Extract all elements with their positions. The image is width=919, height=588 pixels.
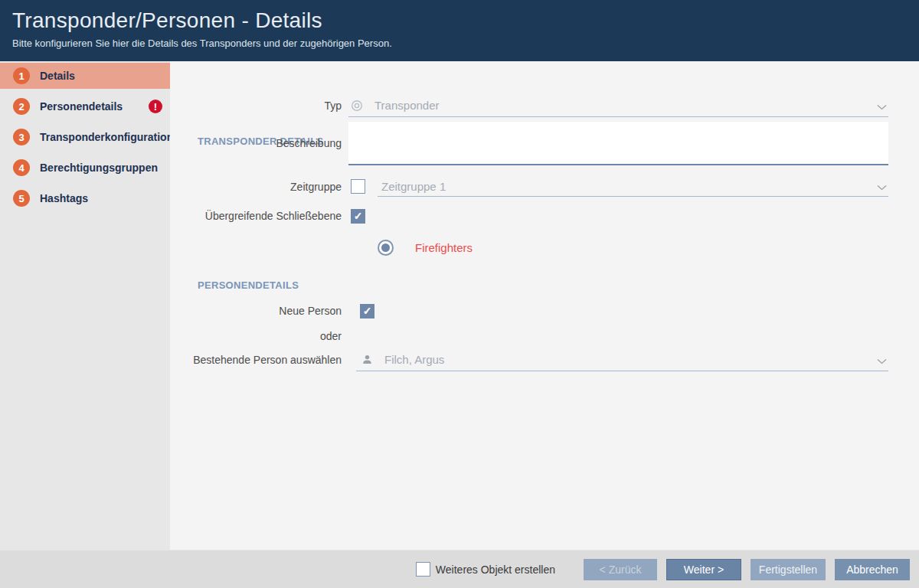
sidebar-step-transponderkonfiguration[interactable]: 3 Transponderkonfiguration [0,124,170,150]
page-subtitle: Bitte konfigurieren Sie hier die Details… [12,38,907,49]
typ-value: Transponder [374,99,440,112]
step-label: Hashtags [40,192,88,204]
abbrechen-button[interactable]: Abbrechen [835,559,910,580]
neue-person-label: Neue Person [184,305,342,317]
firefighters-radio[interactable] [378,240,394,256]
step-label: Personendetails [40,100,123,113]
fertigstellen-button[interactable]: Fertigstellen [751,559,826,580]
step-label: Details [40,70,75,82]
radio-dot [381,243,390,252]
step-number-badge: 2 [13,98,30,115]
sidebar-step-berechtigungsgruppen[interactable]: 4 Berechtigungsgruppen [0,155,170,181]
zeitgruppe-label: Zeitgruppe [184,181,342,193]
wizard-header: Transponder/Personen - Details Bitte kon… [0,0,919,61]
bestehende-person-label: Bestehende Person auswählen [184,354,342,366]
weiteres-objekt-label: Weiteres Objekt erstellen [436,564,555,576]
typ-label: Typ [184,100,342,112]
step-number-badge: 3 [13,129,30,145]
uebergreifende-schliessebene-checkbox[interactable] [351,209,365,224]
sidebar-step-details[interactable]: 1 Details [0,63,170,89]
chevron-down-icon [877,354,887,368]
typ-dropdown[interactable]: Transponder [348,94,888,117]
wizard-step-sidebar: 1 Details 2 Personendetails 3 Transponde… [0,61,170,550]
neue-person-checkbox[interactable] [360,304,374,318]
step-number-badge: 4 [13,159,30,176]
oder-label: oder [184,330,342,342]
uebergreifende-schliessebene-label: Übergreifende Schließebene [184,210,342,222]
chevron-down-icon [877,100,887,113]
zurueck-button[interactable]: < Zurück [584,559,657,580]
error-exclamation-icon [149,100,162,113]
step-label: Transponderkonfiguration [40,131,173,143]
bestehende-person-dropdown[interactable]: Filch, Argus [356,348,888,371]
step-number-badge: 5 [13,190,30,207]
sidebar-step-personendetails[interactable]: 2 Personendetails [0,93,170,119]
step-label: Berechtigungsgruppen [40,162,158,174]
transponder-icon [351,100,363,112]
firefighters-label: Firefighters [415,241,473,254]
sidebar-step-hashtags[interactable]: 5 Hashtags [0,185,170,211]
beschreibung-textarea[interactable] [348,122,888,165]
page-title: Transponder/Personen - Details [12,8,907,33]
zeitgruppe-value: Zeitgruppe 1 [381,180,446,193]
section-personendetails: PERSONENDETAILS [198,279,299,291]
weiteres-objekt-checkbox[interactable] [416,562,430,577]
zeitgruppe-checkbox[interactable] [351,179,365,194]
wizard-footer: Weiteres Objekt erstellen < Zurück Weite… [0,550,919,588]
zeitgruppe-dropdown[interactable]: Zeitgruppe 1 [378,176,888,197]
step-number-badge: 1 [13,67,30,84]
bestehende-person-value: Filch, Argus [384,353,444,366]
beschreibung-label: Beschreibung [184,137,342,149]
chevron-down-icon [877,180,887,194]
person-icon [361,354,373,365]
details-form: TRANSPONDER DETAILS Typ Transponder Besc… [170,61,919,550]
weiter-button[interactable]: Weiter > [666,559,741,580]
